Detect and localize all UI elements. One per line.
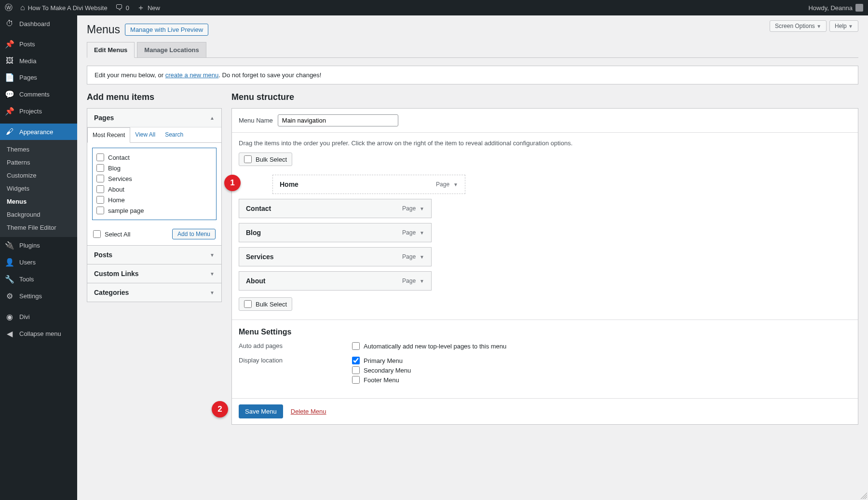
- chevron-down-icon[interactable]: ▼: [420, 254, 424, 260]
- chevron-down-icon[interactable]: ▼: [420, 206, 424, 211]
- create-new-menu-link[interactable]: create a new menu: [165, 71, 219, 79]
- chevron-down-icon: ▼: [848, 24, 853, 29]
- divi-icon: ◉: [5, 312, 14, 321]
- chevron-down-icon[interactable]: ▼: [420, 230, 424, 236]
- sidebar-item-pages[interactable]: 📄Pages: [0, 69, 77, 86]
- accordion-custom-links-head[interactable]: Custom Links▼: [87, 264, 221, 283]
- submenu-widgets[interactable]: Widgets: [0, 182, 77, 195]
- howdy-text: Howdy, Deanna: [808, 4, 853, 12]
- sidebar-item-users[interactable]: 👤Users: [0, 254, 77, 271]
- settings-heading: Menu Settings: [239, 328, 851, 336]
- menu-name-input[interactable]: [278, 114, 398, 126]
- chevron-down-icon[interactable]: ▼: [453, 182, 458, 187]
- projects-icon: 📌: [5, 107, 14, 116]
- drag-instructions: Drag the items into the order you prefer…: [239, 139, 851, 147]
- pages-tab-recent[interactable]: Most Recent: [87, 127, 130, 143]
- new-link[interactable]: ＋New: [137, 3, 160, 13]
- sidebar-item-appearance[interactable]: 🖌Appearance: [0, 124, 77, 140]
- user-icon: 👤: [5, 258, 14, 267]
- add-items-accordion: Pages▲ Most Recent View All Search Conta…: [87, 108, 222, 302]
- save-menu-button[interactable]: Save Menu: [239, 404, 283, 418]
- menu-item-contact[interactable]: Contact Page▼: [239, 199, 432, 218]
- auto-add-label: Auto add pages: [239, 342, 352, 352]
- resize-handle-icon: [860, 492, 867, 499]
- page-check-blog[interactable]: Blog: [96, 163, 212, 173]
- tab-edit-menus[interactable]: Edit Menus: [87, 42, 135, 58]
- new-label: New: [148, 4, 160, 12]
- chevron-up-icon: ▲: [210, 115, 215, 121]
- comments-link[interactable]: 🗨0: [115, 3, 129, 12]
- page-title: Menus: [87, 23, 120, 36]
- menu-items-list: 1 Home Page▼ Contact Page▼ Blog: [239, 175, 851, 291]
- comment-icon: 🗨: [115, 3, 123, 12]
- sidebar-item-tools[interactable]: 🔧Tools: [0, 271, 77, 288]
- screen-options-tab[interactable]: Screen Options ▼: [770, 20, 827, 32]
- info-prefix: Edit your menu below, or: [95, 71, 165, 79]
- page-check-contact[interactable]: Contact: [96, 152, 212, 163]
- display-location-label: Display location: [239, 357, 352, 386]
- sidebar-item-posts[interactable]: 📌Posts: [0, 36, 77, 53]
- sidebar-item-plugins[interactable]: 🔌Plugins: [0, 237, 77, 254]
- annotation-badge-1: 1: [224, 175, 241, 191]
- brush-icon: 🖌: [5, 127, 14, 136]
- delete-menu-link[interactable]: Delete Menu: [291, 408, 326, 415]
- submenu-patterns[interactable]: Patterns: [0, 156, 77, 169]
- chevron-down-icon: ▼: [210, 290, 215, 295]
- sidebar-item-dashboard[interactable]: ⏱Dashboard: [0, 15, 77, 32]
- location-secondary[interactable]: Secondary Menu: [352, 366, 411, 374]
- live-preview-button[interactable]: Manage with Live Preview: [125, 24, 208, 36]
- page-check-sample[interactable]: sample page: [96, 205, 212, 216]
- menu-item-blog[interactable]: Blog Page▼: [239, 223, 432, 242]
- location-primary[interactable]: Primary Menu: [352, 357, 411, 364]
- annotation-badge-2: 2: [212, 401, 228, 417]
- sidebar-item-projects[interactable]: 📌Projects: [0, 103, 77, 120]
- account-link[interactable]: Howdy, Deanna: [808, 4, 863, 12]
- auto-add-check[interactable]: Automatically add new top-level pages to…: [352, 342, 506, 350]
- site-link[interactable]: ⌂How To Make A Divi Website: [20, 3, 108, 12]
- sidebar-item-media[interactable]: 🖼Media: [0, 53, 77, 69]
- menu-settings: Menu Settings Auto add pages Automatical…: [232, 319, 858, 398]
- tab-manage-locations[interactable]: Manage Locations: [137, 42, 206, 58]
- menu-item-about[interactable]: About Page▼: [239, 271, 432, 291]
- sidebar-item-settings[interactable]: ⚙Settings: [0, 288, 77, 305]
- submenu-customize[interactable]: Customize: [0, 169, 77, 182]
- site-name: How To Make A Divi Website: [28, 4, 108, 12]
- menu-edit-panel: Menu Name Drag the items into the order …: [231, 108, 858, 425]
- page-check-home[interactable]: Home: [96, 194, 212, 205]
- sidebar-item-divi[interactable]: ◉Divi: [0, 308, 77, 325]
- home-icon: ⌂: [20, 3, 25, 12]
- page-check-services[interactable]: Services: [96, 173, 212, 184]
- accordion-posts-head[interactable]: Posts▼: [87, 245, 221, 264]
- submenu-menus[interactable]: Menus: [0, 195, 77, 208]
- submenu-theme-editor[interactable]: Theme File Editor: [0, 221, 77, 234]
- bulk-select-bottom[interactable]: Bulk Select: [239, 297, 292, 311]
- sidebar-item-comments[interactable]: 💬Comments: [0, 86, 77, 103]
- comments-icon: 💬: [5, 90, 14, 99]
- add-items-heading: Add menu items: [87, 92, 222, 102]
- menu-item-services[interactable]: Services Page▼: [239, 247, 432, 266]
- page-check-about[interactable]: About: [96, 184, 212, 194]
- dashboard-icon: ⏱: [5, 19, 14, 28]
- menu-item-home[interactable]: Home Page▼: [272, 175, 465, 194]
- bulk-select-top[interactable]: Bulk Select: [239, 153, 292, 166]
- structure-heading: Menu structure: [231, 92, 858, 102]
- submenu-themes[interactable]: Themes: [0, 143, 77, 156]
- accordion-pages-head[interactable]: Pages▲: [87, 109, 221, 127]
- wp-logo[interactable]: ⓦ: [5, 3, 13, 13]
- info-box: Edit your menu below, or create a new me…: [87, 66, 858, 84]
- wordpress-icon: ⓦ: [5, 3, 13, 13]
- nav-tabs: Edit Menus Manage Locations: [87, 42, 858, 58]
- admin-sidebar: ⏱Dashboard 📌Posts 🖼Media 📄Pages 💬Comment…: [0, 15, 77, 500]
- help-tab[interactable]: Help ▼: [829, 20, 858, 32]
- chevron-down-icon[interactable]: ▼: [420, 278, 424, 284]
- location-footer[interactable]: Footer Menu: [352, 376, 411, 384]
- sidebar-item-collapse[interactable]: ◀Collapse menu: [0, 325, 77, 342]
- submenu-background[interactable]: Background: [0, 208, 77, 221]
- select-all-check[interactable]: Select All: [93, 229, 130, 239]
- add-to-menu-button[interactable]: Add to Menu: [172, 229, 216, 239]
- chevron-down-icon: ▼: [210, 252, 215, 258]
- pages-tab-search[interactable]: Search: [160, 127, 188, 142]
- pages-tab-all[interactable]: View All: [130, 127, 160, 142]
- accordion-categories-head[interactable]: Categories▼: [87, 283, 221, 302]
- chevron-down-icon: ▼: [816, 24, 821, 29]
